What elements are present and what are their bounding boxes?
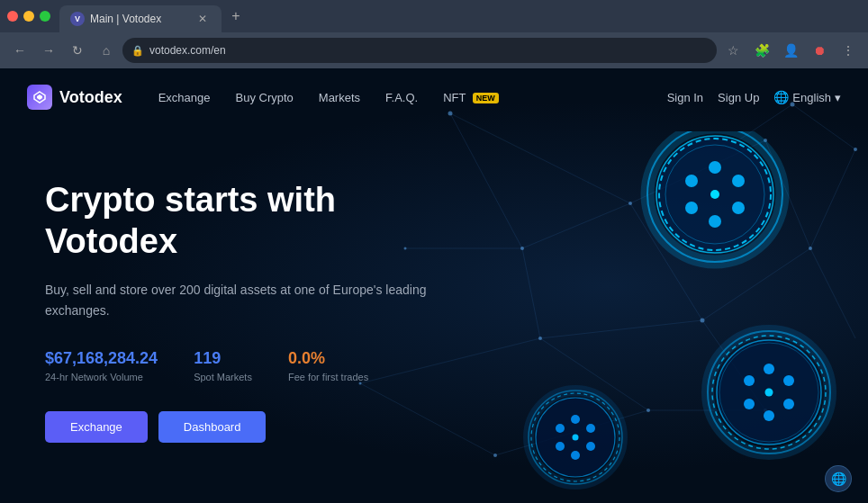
logo[interactable]: Votodex (27, 85, 122, 110)
window-minimize-button[interactable] (23, 11, 34, 22)
stats-row: $67,168,284.24 24-hr Network Volume 119 … (45, 349, 459, 382)
svg-point-42 (685, 202, 698, 214)
home-button[interactable]: ⌂ (94, 38, 119, 63)
svg-point-61 (571, 415, 580, 424)
stat-network-volume-value: $67,168,284.24 (45, 349, 158, 368)
menu-icon[interactable]: ⋮ (836, 38, 861, 63)
globe-icon: 🌐 (773, 90, 789, 104)
nav-nft[interactable]: NFT NEW (443, 91, 499, 104)
tab-favicon: V (70, 12, 85, 26)
toolbar-actions: ☆ 🧩 👤 ⏺ ⋮ (720, 38, 861, 63)
lock-icon: 🔒 (131, 45, 144, 57)
sign-up-link[interactable]: Sign Up (718, 91, 759, 104)
svg-point-39 (732, 175, 745, 187)
svg-point-43 (685, 175, 698, 187)
new-tab-button[interactable]: + (225, 5, 247, 27)
stat-spot-markets-label: Spot Markets (194, 372, 252, 382)
chevron-down-icon: ▾ (835, 91, 841, 104)
stat-fee: 0.0% Fee for first trades (288, 349, 368, 382)
stat-network-volume: $67,168,284.24 24-hr Network Volume (45, 349, 158, 382)
logo-text: Votodex (59, 88, 122, 107)
window-controls (7, 11, 50, 22)
tab-title: Main | Votodex (90, 13, 189, 25)
extensions-icon[interactable]: 🧩 (749, 38, 774, 63)
globe-bottom-icon: 🌐 (831, 472, 846, 486)
svg-point-54 (744, 399, 755, 409)
window-maximize-button[interactable] (40, 11, 50, 22)
stat-fee-value: 0.0% (288, 349, 368, 368)
forward-button[interactable]: → (36, 38, 61, 63)
browser-window: V Main | Votodex ✕ + ← → ↻ ⌂ 🔒 votodex.c… (0, 0, 868, 503)
hero-title: Crypto starts with Votodex (45, 180, 459, 262)
hero-section: Crypto starts with Votodex Buy, sell and… (0, 126, 504, 479)
address-bar[interactable]: 🔒 votodex.com/en (122, 38, 717, 63)
svg-point-65 (556, 442, 565, 451)
stat-fee-label: Fee for first trades (288, 372, 368, 382)
svg-point-52 (783, 399, 794, 409)
reload-button[interactable]: ↻ (65, 38, 90, 63)
website-content: Votodex Exchange Buy Crypto Markets F.A.… (0, 68, 868, 503)
svg-point-51 (783, 375, 794, 386)
profile-icon[interactable]: 👤 (778, 38, 803, 63)
stat-spot-markets: 119 Spot Markets (194, 349, 252, 382)
nav-actions: Sign In Sign Up 🌐 English ▾ (667, 90, 841, 104)
svg-point-40 (732, 202, 745, 214)
bottom-globe-button[interactable]: 🌐 (825, 465, 852, 492)
nav-exchange[interactable]: Exchange (158, 91, 211, 104)
hero-buttons: Exchange Dashboard (45, 411, 459, 443)
nav-markets[interactable]: Markets (319, 91, 360, 104)
svg-point-50 (764, 364, 774, 374)
stat-network-volume-label: 24-hr Network Volume (45, 372, 158, 382)
hero-subtitle: Buy, sell and store over 200 digital ass… (45, 280, 459, 320)
svg-point-66 (556, 424, 565, 433)
svg-point-63 (586, 442, 595, 451)
logo-icon (27, 85, 52, 110)
record-icon[interactable]: ⏺ (807, 38, 832, 63)
svg-point-44 (710, 190, 719, 199)
svg-point-41 (709, 215, 721, 228)
language-text: English (792, 91, 831, 104)
toolbar: ← → ↻ ⌂ 🔒 votodex.com/en ☆ 🧩 👤 ⏺ ⋮ (0, 32, 868, 68)
svg-marker-70 (37, 94, 42, 100)
svg-point-67 (573, 435, 579, 441)
back-button[interactable]: ← (7, 38, 32, 63)
bookmark-icon[interactable]: ☆ (720, 38, 746, 63)
nav-links: Exchange Buy Crypto Markets F.A.Q. NFT N… (158, 91, 667, 104)
window-close-button[interactable] (7, 11, 18, 22)
svg-point-53 (764, 410, 774, 421)
exchange-button[interactable]: Exchange (45, 411, 148, 443)
active-tab[interactable]: V Main | Votodex ✕ (59, 5, 222, 32)
svg-point-64 (571, 451, 580, 460)
dashboard-button[interactable]: Dashboard (158, 411, 267, 443)
sign-in-link[interactable]: Sign In (667, 91, 703, 104)
svg-point-62 (586, 424, 595, 433)
nft-badge: NEW (473, 93, 499, 103)
svg-point-38 (709, 161, 721, 174)
stat-spot-markets-value: 119 (194, 349, 252, 368)
svg-point-55 (744, 375, 755, 386)
svg-point-56 (765, 389, 773, 397)
tab-bar: V Main | Votodex ✕ + (0, 0, 868, 32)
nav-faq[interactable]: F.A.Q. (385, 91, 418, 104)
nav-buy-crypto[interactable]: Buy Crypto (236, 91, 294, 104)
language-selector[interactable]: 🌐 English ▾ (773, 90, 841, 104)
tab-close-button[interactable]: ✕ (194, 11, 211, 27)
navbar: Votodex Exchange Buy Crypto Markets F.A.… (0, 68, 868, 126)
address-text: votodex.com/en (149, 44, 708, 57)
